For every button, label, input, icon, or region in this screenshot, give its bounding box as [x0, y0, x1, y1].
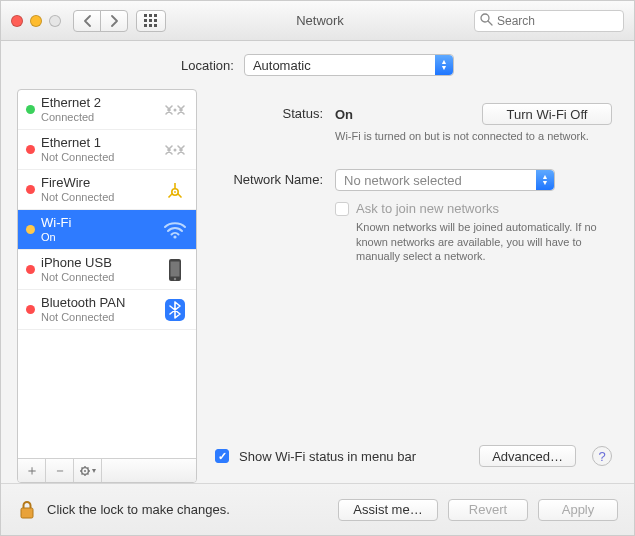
help-button[interactable]: ?	[592, 446, 612, 466]
revert-button[interactable]: Revert	[448, 499, 528, 521]
ask-to-join-checkbox[interactable]	[335, 202, 349, 216]
service-row-wifi[interactable]: Wi-Fi On	[18, 210, 196, 250]
location-row: Location: Automatic ▲▼	[1, 41, 634, 89]
svg-line-27	[87, 473, 88, 474]
status-dot	[26, 145, 35, 154]
svg-point-15	[173, 235, 176, 238]
firewire-icon	[162, 177, 188, 203]
detail-pane: Status: On Turn Wi-Fi Off Wi-Fi is turne…	[209, 89, 618, 483]
lock-icon	[18, 500, 36, 520]
service-row-bluetooth-pan[interactable]: Bluetooth PAN Not Connected	[18, 290, 196, 330]
svg-line-28	[87, 467, 88, 468]
service-list: Ethernet 2 Connected Ethernet 1 Not Conn…	[17, 89, 197, 483]
show-all-button[interactable]	[136, 10, 166, 32]
location-select[interactable]: Automatic ▲▼	[244, 54, 454, 76]
traffic-lights	[11, 15, 61, 27]
service-status: Connected	[41, 111, 156, 123]
main-area: Ethernet 2 Connected Ethernet 1 Not Conn…	[1, 89, 634, 483]
svg-point-11	[174, 108, 177, 111]
service-status: On	[41, 231, 156, 243]
network-name-selected: No network selected	[344, 173, 462, 188]
svg-rect-4	[149, 19, 152, 22]
search-icon	[480, 13, 493, 29]
nav-buttons	[73, 10, 128, 32]
status-label: Status:	[215, 103, 335, 121]
show-status-checkbox[interactable]	[215, 449, 229, 463]
network-preferences-window: Network Location: Automatic ▲▼ Ethernet …	[0, 0, 635, 536]
service-row-firewire[interactable]: FireWire Not Connected	[18, 170, 196, 210]
show-status-label: Show Wi-Fi status in menu bar	[239, 449, 416, 464]
service-name: Ethernet 2	[41, 96, 156, 110]
network-name-row: Network Name: No network selected ▲▼ Ask…	[215, 165, 612, 267]
wifi-icon	[162, 217, 188, 243]
minimize-window-button[interactable]	[30, 15, 42, 27]
titlebar: Network	[1, 1, 634, 41]
status-value: On	[335, 107, 353, 122]
status-dot	[26, 185, 35, 194]
svg-rect-2	[154, 14, 157, 17]
service-actions-button[interactable]	[74, 459, 102, 483]
service-row-iphone-usb[interactable]: iPhone USB Not Connected	[18, 250, 196, 290]
chevron-up-down-icon: ▲▼	[435, 55, 453, 75]
service-list-body: Ethernet 2 Connected Ethernet 1 Not Conn…	[18, 90, 196, 458]
apply-button[interactable]: Apply	[538, 499, 618, 521]
advanced-button[interactable]: Advanced…	[479, 445, 576, 467]
svg-rect-1	[149, 14, 152, 17]
svg-point-12	[174, 148, 177, 151]
service-list-footer: ＋ －	[18, 458, 196, 482]
svg-line-10	[488, 21, 492, 25]
chevron-right-icon	[110, 15, 119, 27]
service-name: FireWire	[41, 176, 156, 190]
assist-me-button[interactable]: Assist me…	[338, 499, 438, 521]
phone-icon	[162, 257, 188, 283]
svg-line-29	[81, 473, 82, 474]
chevron-up-down-icon: ▲▼	[536, 170, 554, 190]
status-row: Status: On Turn Wi-Fi Off Wi-Fi is turne…	[215, 99, 612, 147]
service-status: Not Connected	[41, 271, 156, 283]
status-subtext: Wi-Fi is turned on but is not connected …	[335, 129, 612, 143]
network-name-select[interactable]: No network selected ▲▼	[335, 169, 555, 191]
service-status: Not Connected	[41, 311, 156, 323]
location-label: Location:	[181, 58, 234, 73]
service-status: Not Connected	[41, 151, 156, 163]
service-row-ethernet1[interactable]: Ethernet 1 Not Connected	[18, 130, 196, 170]
back-button[interactable]	[73, 10, 101, 32]
service-name: Wi-Fi	[41, 216, 156, 230]
add-service-button[interactable]: ＋	[18, 459, 46, 483]
svg-rect-7	[149, 24, 152, 27]
svg-point-14	[174, 191, 176, 193]
lock-text: Click the lock to make changes.	[47, 502, 230, 517]
svg-point-21	[84, 470, 86, 472]
detail-footer: Show Wi-Fi status in menu bar Advanced… …	[215, 435, 612, 481]
bluetooth-icon	[162, 297, 188, 323]
svg-line-26	[81, 467, 82, 468]
forward-button[interactable]	[100, 10, 128, 32]
lock-button[interactable]	[17, 499, 37, 521]
ethernet-icon	[162, 97, 188, 123]
search-field-container	[474, 10, 624, 32]
service-name: Ethernet 1	[41, 136, 156, 150]
search-input[interactable]	[474, 10, 624, 32]
service-status: Not Connected	[41, 191, 156, 203]
close-window-button[interactable]	[11, 15, 23, 27]
status-dot	[26, 265, 35, 274]
network-name-label: Network Name:	[215, 169, 335, 187]
svg-rect-0	[144, 14, 147, 17]
bottom-bar: Click the lock to make changes. Assist m…	[1, 483, 634, 535]
window-title: Network	[166, 13, 474, 28]
ask-to-join-row: Ask to join new networks	[335, 201, 612, 216]
toggle-wifi-button[interactable]: Turn Wi-Fi Off	[482, 103, 612, 125]
service-name: iPhone USB	[41, 256, 156, 270]
status-dot	[26, 105, 35, 114]
ask-to-join-subtext: Known networks will be joined automatica…	[356, 220, 606, 263]
svg-rect-30	[21, 508, 33, 518]
svg-rect-5	[154, 19, 157, 22]
service-row-ethernet2[interactable]: Ethernet 2 Connected	[18, 90, 196, 130]
maximize-window-button[interactable]	[49, 15, 61, 27]
chevron-left-icon	[83, 15, 92, 27]
svg-rect-17	[171, 261, 180, 276]
svg-point-18	[174, 277, 176, 279]
status-dot	[26, 225, 35, 234]
gear-icon	[79, 465, 97, 477]
remove-service-button[interactable]: －	[46, 459, 74, 483]
